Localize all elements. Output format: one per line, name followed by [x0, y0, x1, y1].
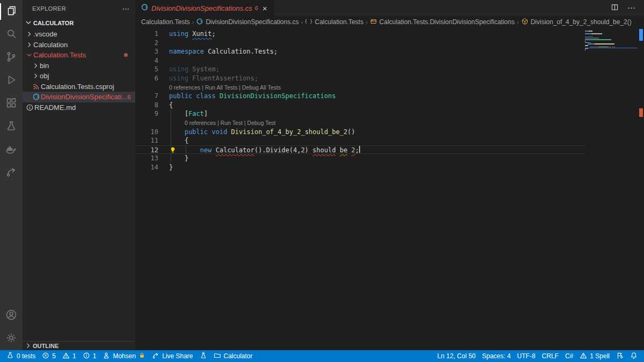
breadcrumb-label: Division_of_4_by_2_should_be_2() — [531, 18, 632, 26]
tab-close-icon[interactable]: × — [261, 4, 269, 13]
activity-item-settings[interactable] — [0, 327, 23, 350]
editor-group: DivisionDivisionSpecifications.cs 6 × ⋯ … — [135, 0, 644, 350]
code-editor[interactable]: 1using Xunit;23namespace Calculation.Tes… — [135, 28, 644, 350]
code-line-9[interactable]: 9 [Fact] — [135, 109, 585, 119]
code-line-7[interactable]: 7public class DivisionDivisionSpecificat… — [135, 92, 585, 101]
activity-item-live-share[interactable] — [0, 161, 23, 184]
status-liveshare-session[interactable]: Live Share — [149, 350, 196, 362]
code-line-13[interactable]: 13 } — [135, 154, 585, 163]
activity-item-explorer[interactable] — [0, 0, 23, 23]
status-notifications[interactable] — [627, 350, 641, 362]
breadcrumb-separator: › — [301, 19, 303, 25]
breadcrumb-label: Calculation.Tests.DivisionDivisionSpecif… — [379, 18, 515, 26]
line-number: 7 — [135, 92, 158, 101]
sidebar-item-calculation-tests[interactable]: Calculation.Tests — [23, 50, 135, 61]
activity-spacer — [0, 184, 23, 304]
status-flask-status[interactable] — [196, 350, 210, 362]
minimap-line — [585, 38, 637, 39]
codelens-links[interactable]: 0 references | Run All Tests | Debug All… — [135, 83, 585, 92]
breadcrumb-item-calculation-tests-divisiondivisionspecifications[interactable]: Calculation.Tests.DivisionDivisionSpecif… — [370, 18, 515, 27]
warning-icon — [62, 352, 70, 361]
status-language-mode[interactable]: C# — [562, 350, 576, 362]
more-actions-icon[interactable]: ⋯ — [627, 3, 635, 13]
problem-count-badge: 6 — [127, 94, 130, 100]
line-number: 14 — [135, 163, 158, 172]
code-line-6[interactable]: 6using FluentAssertions; — [135, 74, 585, 83]
status-label: C# — [565, 352, 573, 360]
code-line-14[interactable]: 14} — [135, 163, 585, 172]
minimap[interactable] — [585, 31, 637, 51]
sidebar-more-icon[interactable]: ⋯ — [122, 4, 130, 13]
status-liveshare-user[interactable]: Mohsen — [99, 350, 149, 362]
status-encoding[interactable]: UTF-8 — [514, 350, 539, 362]
activity-item-search[interactable] — [0, 23, 23, 46]
bell-icon — [630, 352, 638, 361]
status-workspace-folder[interactable]: Calculator — [210, 350, 256, 362]
activity-item-run-debug[interactable] — [0, 69, 23, 92]
chevron-right-icon — [25, 342, 32, 350]
sidebar-item-readme-md[interactable]: README.md — [23, 102, 135, 113]
code-line-12[interactable]: 12 new Calculator().Divide(4,2) should b… — [135, 145, 585, 154]
status-feedback[interactable] — [613, 350, 627, 362]
activity-item-source-control[interactable] — [0, 46, 23, 69]
code-line-3[interactable]: 3namespace Calculation.Tests; — [135, 47, 585, 56]
code-line-11[interactable]: 11 { — [135, 136, 585, 145]
accounts-icon — [5, 308, 18, 323]
activity-item-extensions[interactable] — [0, 92, 23, 115]
code-line-1[interactable]: 1using Xunit; — [135, 29, 585, 39]
breadcrumb-item-calculation-tests[interactable]: { }Calculation.Tests — [305, 18, 363, 27]
code-line-10[interactable]: 10 public void Division_of_4_by_2_should… — [135, 128, 585, 137]
status-label: Ln 12, Col 50 — [437, 352, 475, 360]
codelens-links[interactable]: 0 references | Run Test | Debug Test — [135, 119, 585, 128]
line-number: 10 — [135, 128, 158, 137]
indent-guide — [186, 145, 186, 154]
csharp-file-icon — [141, 3, 149, 13]
breadcrumb-item-calculation-tests[interactable]: Calculation.Tests — [141, 18, 190, 26]
activity-item-testing[interactable] — [0, 115, 23, 138]
code-line-2[interactable]: 2 — [135, 39, 585, 48]
feedback-icon — [616, 352, 624, 361]
code-line-5[interactable]: 5using System; — [135, 65, 585, 74]
sidebar-item-vscode[interactable]: .vscode — [23, 29, 135, 40]
status-problems-info[interactable]: 1 — [79, 350, 100, 362]
status-cursor-position[interactable]: Ln 12, Col 50 — [434, 350, 479, 362]
activity-item-docker[interactable] — [0, 138, 23, 161]
tab-divisiondivisionspecifications[interactable]: DivisionDivisionSpecifications.cs 6 × — [135, 0, 274, 16]
status-problems-errors[interactable]: 5 — [39, 350, 59, 362]
breadcrumb-item-division-of-4-by-2-should-be-2[interactable]: Division_of_4_by_2_should_be_2() — [521, 18, 632, 27]
split-editor-icon[interactable] — [611, 3, 619, 13]
code-line-8[interactable]: 8{ — [135, 101, 585, 110]
line-number: 1 — [135, 29, 158, 39]
sidebar-item-bin[interactable]: bin — [23, 61, 135, 71]
source-control-icon — [5, 50, 18, 65]
activity-item-accounts[interactable] — [0, 304, 23, 327]
status-problems-warnings[interactable]: 1 — [59, 350, 79, 362]
breadcrumb-item-divisiondivisionspecifications-cs[interactable]: DivisionDivisionSpecifications.cs — [196, 18, 298, 27]
status-label: Live Share — [162, 352, 193, 360]
sidebar-item-calculation-tests-csproj[interactable]: Calculation.Tests.csproj — [23, 82, 135, 92]
status-spell-checker[interactable]: 1 Spell — [576, 350, 613, 362]
breadcrumbs: Calculation.Tests›DivisionDivisionSpecif… — [135, 16, 644, 28]
search-icon — [5, 27, 18, 42]
outline-section-header[interactable]: OUTLINE — [23, 341, 135, 350]
code-line-4[interactable]: 4 — [135, 56, 585, 65]
line-number: 9 — [135, 109, 158, 119]
workspace-section-header[interactable]: CALCULATOR — [23, 17, 135, 29]
line-number: 12 — [135, 146, 158, 154]
tree-item-label: .vscode — [33, 30, 57, 38]
status-indentation[interactable]: Spaces: 4 — [479, 350, 514, 362]
sidebar-item-calculation[interactable]: Calculation — [23, 40, 135, 50]
info-file-icon — [25, 104, 34, 112]
testing-icon — [5, 120, 18, 134]
chevron-right-icon — [31, 72, 40, 79]
vscode-window: EXPLORER ⋯ CALCULATOR .vscodeCalculation… — [0, 0, 644, 362]
status-eol[interactable]: CRLF — [539, 350, 562, 362]
tree-item-label: Calculation.Tests.csproj — [41, 83, 114, 91]
sidebar-item-obj[interactable]: obj — [23, 71, 135, 82]
breadcrumb-separator: › — [365, 19, 368, 25]
chevron-right-icon — [25, 31, 33, 38]
overview-ruler[interactable] — [638, 28, 644, 350]
sidebar-item-divisiondivisionspecificati[interactable]: DivisionDivisionSpecificati...6 — [23, 92, 135, 102]
status-tests-status[interactable]: 0 tests — [3, 350, 39, 362]
tree-item-label: Calculation — [33, 41, 68, 49]
